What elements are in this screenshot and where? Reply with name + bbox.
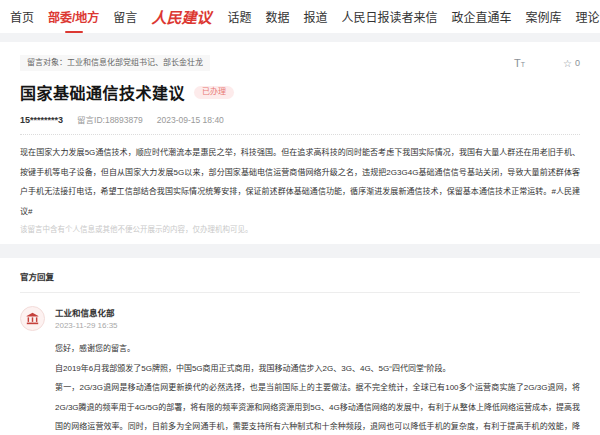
top-navbar: 首页 部委/地方 留言 人民建议 话题 数据 报道 人民日报读者来信 政企直通车… [0, 0, 600, 33]
nav-item[interactable]: 留言 [113, 8, 137, 25]
font-size-icon[interactable]: TT [514, 57, 525, 69]
nav-item[interactable]: 人民建议 [151, 6, 211, 27]
message-card: 留言对象：工业和信息化部党组书记、部长金壮龙 TT ☆ 0 国家基础通信技术建议… [0, 42, 600, 244]
message-body: 现在国家大力发展5G通信技术，顺应时代潮流本是惠民之举，科技强国。但在追求高科技… [20, 143, 580, 221]
nav-item[interactable]: 报道 [303, 8, 327, 25]
reply-paragraph: 自2019年6月我部颁发了5G牌照，中国5G商用正式商用，我国移动通信步入2G、… [55, 359, 580, 379]
favorite-count: 0 [575, 58, 580, 68]
nav-item[interactable]: 理论 [575, 8, 599, 25]
reply-item: 工业和信息化部 2023-11-29 16:35 您好，感谢您的留言。 自201… [20, 306, 580, 435]
nav-item[interactable]: 人民日报读者来信 [341, 8, 437, 25]
status-badge: 已办理 [194, 86, 234, 99]
official-reply-section-title: 官方回复 [20, 270, 580, 293]
reply-body: 您好，感谢您的留言。 自2019年6月我部颁发了5G牌照，中国5G商用正式商用，… [55, 339, 580, 435]
reply-agency-name: 工业和信息化部 [55, 306, 580, 318]
nav-item[interactable]: 首页 [10, 8, 34, 25]
reply-paragraph: 您好，感谢您的留言。 [55, 339, 580, 359]
message-target-label: 留言对象：工业和信息化部党组书记、部长金壮龙 [20, 55, 210, 71]
message-id: 留言ID:18893879 [77, 113, 143, 125]
star-icon: ☆ [563, 58, 572, 69]
nav-item[interactable]: 案例库 [525, 8, 561, 25]
reply-timestamp: 2023-11-29 16:35 [55, 321, 580, 330]
nav-item[interactable]: 政企直通车 [451, 8, 511, 25]
author-masked-phone: 15********3 [20, 115, 63, 125]
message-timestamp: 2023-09-15 18:40 [157, 115, 224, 125]
reply-paragraph: 第一，2G/3G退网是移动通信网更新换代的必然选择，也是当前国际上的主要做法。据… [55, 378, 580, 435]
nav-item[interactable]: 部委/地方 [48, 8, 99, 25]
nav-item[interactable]: 话题 [227, 8, 251, 25]
privacy-note: 该留言中含有个人信息或其他不便公开展示的内容，仅办理机构可见。 [20, 223, 580, 234]
favorite-button[interactable]: ☆ 0 [563, 58, 580, 69]
message-meta: 15********3 留言ID:18893879 2023-09-15 18:… [20, 113, 580, 135]
official-reply-card: 官方回复 工业和信息化部 2023-11-29 16:35 您好，感谢您的留言。… [0, 258, 600, 435]
government-building-icon [20, 306, 45, 331]
page-title: 国家基础通信技术建议 [20, 80, 185, 104]
nav-item[interactable]: 数据 [265, 8, 289, 25]
